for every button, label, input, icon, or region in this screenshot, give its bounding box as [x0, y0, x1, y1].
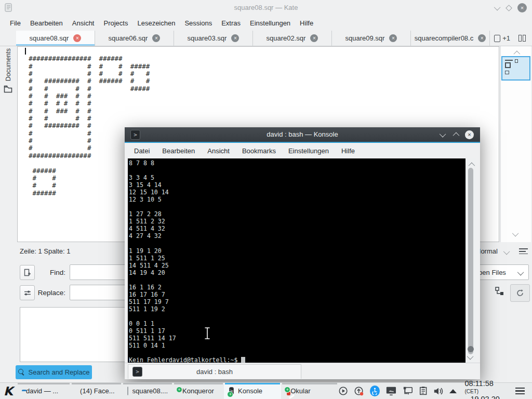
editor-tab[interactable]: square02.sqr × [253, 31, 332, 46]
konsole-menu-item[interactable]: Datei [128, 147, 156, 155]
screen-share-icon[interactable] [385, 385, 397, 396]
task-konsole[interactable]: > + Konsole [224, 383, 281, 399]
documents-tool-button[interactable]: Documents [5, 48, 12, 81]
split-view-icon[interactable] [518, 35, 526, 42]
refresh-button[interactable] [510, 284, 530, 302]
tab-label: square09.sqr [345, 34, 385, 42]
maximize-icon[interactable] [506, 5, 512, 11]
scroll-down-icon[interactable] [467, 353, 474, 360]
terminal-line: 0 0 1 1 [129, 320, 466, 327]
konsole-menu-item[interactable]: Ansicht [201, 147, 236, 155]
tab-close-icon[interactable]: × [152, 34, 160, 42]
kate-menu-item[interactable]: Extras [217, 19, 245, 27]
app-launcher-button[interactable]: K [0, 383, 17, 399]
kate-menu-item[interactable]: Sessions [180, 19, 217, 27]
kate-menu-item[interactable]: Lesezeichen [132, 19, 180, 27]
minimap-viewport[interactable] [501, 56, 530, 81]
task-okular[interactable]: + Okular [281, 383, 338, 399]
accessibility-icon[interactable] [370, 385, 380, 396]
kate-window-title: square08.sqr — Kate [0, 4, 532, 11]
kate-menu-item[interactable]: Ansicht [68, 19, 99, 27]
editor-tab[interactable]: square09.sqr × [332, 31, 411, 46]
text-caret [25, 48, 26, 55]
editor-minimap-scrollbar[interactable] [500, 46, 531, 242]
panel-menu-icon[interactable] [515, 386, 525, 396]
editor-tab[interactable]: squarecompiler08.c × [411, 31, 490, 46]
task-kate[interactable]: square08.... [122, 383, 173, 399]
media-player-icon[interactable] [338, 385, 348, 396]
maximize-icon[interactable] [453, 132, 460, 139]
chevron-down-icon[interactable] [503, 248, 510, 255]
search-and-replace-button[interactable]: Search and Replace [16, 365, 92, 379]
tab-close-icon[interactable]: × [389, 34, 397, 42]
network-icon[interactable] [403, 385, 413, 396]
terminal-line [129, 349, 466, 356]
kate-menu-item[interactable]: Projects [99, 19, 132, 27]
kate-menu-item[interactable]: Hilfe [295, 19, 318, 27]
task-konqueror[interactable]: + Konqueror [173, 383, 224, 399]
documents-folder-icon [4, 85, 12, 93]
cursor-position-label: Zeile: 1 Spalte: 1 [20, 247, 71, 255]
editor-tab[interactable]: square03.sqr × [174, 31, 253, 46]
terminal-line [129, 203, 466, 210]
editor-line: # # # # ##### [29, 63, 499, 70]
tree-view-icon[interactable] [495, 286, 504, 296]
new-window-badge: + [227, 391, 233, 397]
terminal-line: 0 511 1 17 [129, 327, 466, 335]
terminal-line [129, 313, 466, 320]
updates-icon[interactable] [354, 385, 364, 397]
konsole-tab-label: david : bash [128, 368, 301, 376]
replace-label: Replace: [31, 289, 65, 297]
chevron-down-icon [517, 269, 524, 276]
clock-date: 19.02.20 [470, 395, 499, 399]
terminal-line: 1 511 2 32 [129, 218, 466, 225]
editor-tab[interactable]: square08.sqr × [16, 31, 95, 46]
terminal-line: 4 511 4 32 [129, 225, 466, 232]
konsole-window-title: david : bash — Konsole [125, 130, 480, 138]
kate-titlebar[interactable]: square08.sqr — Kate × [0, 0, 532, 16]
digital-clock[interactable]: 08:11:58 (CET) 19.02.20 [464, 380, 505, 399]
close-icon[interactable]: × [517, 3, 527, 12]
tab-close-icon[interactable]: × [478, 34, 486, 42]
kate-menu-item[interactable]: Bearbeiten [25, 19, 68, 27]
tab-label: square03.sqr [188, 34, 227, 42]
search-icon [18, 369, 25, 376]
terminal-line: 12 3 10 5 [129, 196, 466, 203]
terminal-cursor [241, 357, 245, 363]
terminal-line: 3 15 4 14 [129, 181, 466, 189]
more-documents-button[interactable]: +1 [494, 34, 510, 42]
task-dolphin[interactable]: david — ... [17, 383, 71, 399]
tab-close-icon[interactable]: × [231, 34, 239, 42]
task-firefox[interactable]: (14) Face... [71, 383, 122, 399]
kate-menu-item[interactable]: File [5, 19, 25, 27]
expand-tray-icon[interactable] [449, 389, 457, 393]
konsole-tab[interactable]: > david : bash [128, 364, 301, 379]
scrollbar-thumb[interactable] [468, 168, 473, 354]
terminal-line: 14 19 4 20 [129, 269, 466, 276]
tab-close-icon[interactable]: × [73, 34, 81, 42]
editor-line: # # # # # # [29, 100, 499, 107]
more-documents-count: +1 [502, 34, 510, 42]
clipboard-icon[interactable] [419, 385, 428, 396]
indentation-menu-icon[interactable] [519, 248, 528, 256]
editor-line: # # # # # # [29, 70, 499, 77]
terminal-line: 511 1 19 2 [129, 305, 466, 313]
konsole-menu-item[interactable]: Bearbeiten [156, 147, 201, 155]
scroll-down-icon[interactable] [512, 230, 519, 237]
close-icon[interactable]: × [465, 130, 474, 139]
refresh-icon [515, 288, 525, 298]
editor-line: # # ### # # [29, 92, 499, 100]
terminal-scrollbar[interactable] [466, 158, 476, 363]
editor-tab[interactable]: square06.sqr × [95, 31, 174, 46]
konsole-titlebar[interactable]: > david : bash — Konsole × [125, 127, 480, 142]
terminal-line: 8 7 8 8 [129, 159, 466, 167]
konsole-menu-item[interactable]: Einstellungen [282, 147, 335, 155]
konsole-menu-item[interactable]: Bookmarks [236, 147, 282, 155]
konsole-menu-item[interactable]: Hilfe [335, 147, 361, 155]
kate-menu-item[interactable]: Einstellungen [245, 19, 295, 27]
tab-label: square08.sqr [30, 34, 69, 42]
tab-close-icon[interactable]: × [310, 34, 318, 42]
taskbar-panel: K david — ... (14) Face... square08.... … [0, 382, 532, 399]
terminal-screen[interactable]: 8 7 8 83 3 4 53 15 4 1412 15 10 1412 3 1… [128, 158, 466, 363]
volume-icon[interactable] [433, 386, 444, 396]
